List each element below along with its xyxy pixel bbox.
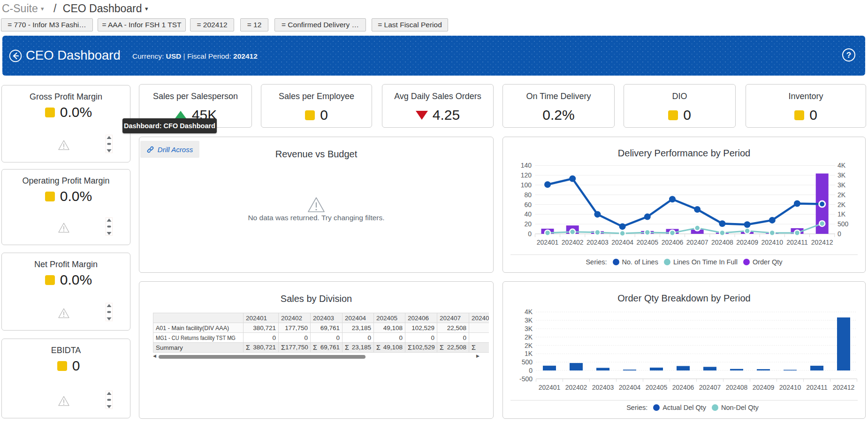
svg-text:3K: 3K <box>838 171 846 179</box>
svg-text:202407: 202407 <box>686 239 708 246</box>
svg-text:4K: 4K <box>525 308 533 316</box>
svg-text:500: 500 <box>838 220 849 228</box>
svg-text:202409: 202409 <box>736 239 758 246</box>
svg-text:202403: 202403 <box>586 239 609 246</box>
svg-text:4K: 4K <box>838 162 846 169</box>
svg-text:140: 140 <box>521 162 532 169</box>
svg-text:40: 40 <box>524 210 532 218</box>
svg-text:202408: 202408 <box>711 239 733 246</box>
svg-text:20: 20 <box>524 220 532 228</box>
svg-text:202406: 202406 <box>662 239 684 246</box>
svg-text:Order Qty Breakdown by Period: Order Qty Breakdown by Period <box>617 293 750 303</box>
svg-text:0: 0 <box>838 230 841 238</box>
svg-text:202402: 202402 <box>565 384 587 391</box>
svg-text:100: 100 <box>521 181 532 189</box>
svg-text:-500: -500 <box>519 375 533 383</box>
svg-text:80: 80 <box>524 191 532 199</box>
svg-text:202401: 202401 <box>537 239 559 246</box>
svg-text:2K: 2K <box>838 191 846 199</box>
svg-text:202410: 202410 <box>779 384 801 391</box>
svg-text:?: ? <box>846 51 851 60</box>
svg-text:202411: 202411 <box>786 239 808 246</box>
svg-text:500: 500 <box>522 358 533 366</box>
svg-text:3K: 3K <box>525 325 533 332</box>
svg-text:0: 0 <box>529 367 533 374</box>
svg-text:3K: 3K <box>525 316 533 324</box>
svg-text:202401: 202401 <box>539 384 561 391</box>
svg-text:1K: 1K <box>525 350 533 357</box>
svg-text:60: 60 <box>524 201 532 208</box>
svg-text:202411: 202411 <box>806 384 828 391</box>
svg-text:202404: 202404 <box>611 239 633 246</box>
svg-text:202405: 202405 <box>636 239 658 246</box>
svg-text:Delivery Performance by Period: Delivery Performance by Period <box>618 148 750 158</box>
svg-text:2K: 2K <box>838 201 846 208</box>
svg-text:202407: 202407 <box>699 384 721 391</box>
svg-text:3K: 3K <box>838 181 846 189</box>
svg-text:202404: 202404 <box>619 384 641 391</box>
svg-text:202402: 202402 <box>562 239 584 246</box>
svg-text:202406: 202406 <box>672 384 694 391</box>
svg-text:202412: 202412 <box>811 239 833 246</box>
svg-text:202408: 202408 <box>726 384 748 391</box>
svg-text:2K: 2K <box>525 333 533 341</box>
svg-text:202410: 202410 <box>761 239 783 246</box>
svg-text:202409: 202409 <box>753 384 775 391</box>
svg-text:202403: 202403 <box>592 384 614 391</box>
svg-text:202405: 202405 <box>646 384 668 391</box>
svg-text:1K: 1K <box>838 210 846 218</box>
svg-text:120: 120 <box>521 171 532 179</box>
svg-text:2K: 2K <box>525 342 533 349</box>
svg-text:0: 0 <box>528 230 532 238</box>
svg-text:202412: 202412 <box>833 384 855 391</box>
